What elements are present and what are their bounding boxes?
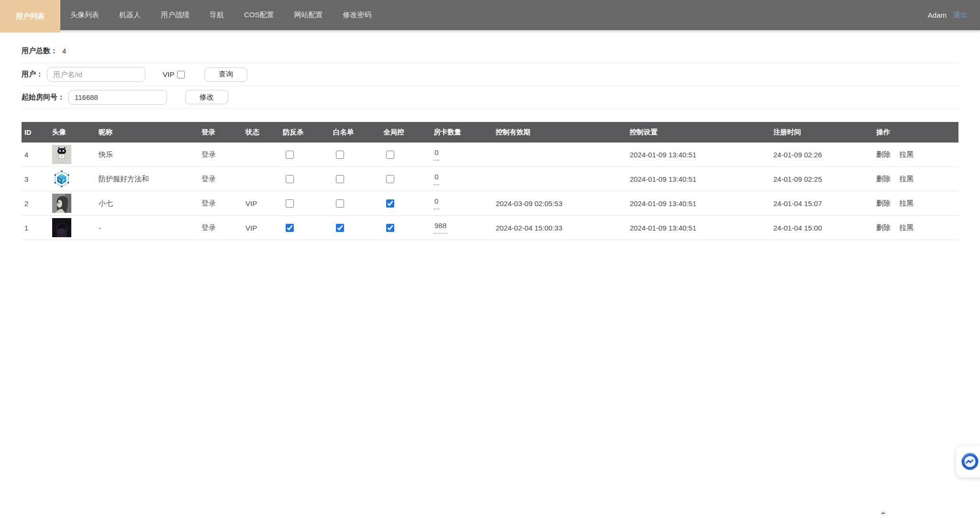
page-artifact-dot	[880, 510, 887, 516]
anti-kill-checkbox[interactable]	[286, 224, 294, 232]
whitelist-checkbox[interactable]	[336, 151, 344, 159]
col-header-global-control: 全局控	[380, 122, 431, 143]
table-row: 2 小七 登录 VIP	[22, 191, 958, 216]
cell-avatar	[49, 143, 96, 167]
cell-id: 2	[22, 191, 49, 216]
cell-avatar	[49, 191, 96, 216]
table-row: 4	[22, 143, 958, 167]
tab-cos-config[interactable]: COS配置	[234, 0, 284, 30]
delete-link[interactable]: 删除	[876, 199, 891, 207]
login-link[interactable]: 登录	[201, 199, 216, 207]
tab-robots[interactable]: 机器人	[109, 0, 151, 30]
anti-kill-checkbox[interactable]	[286, 151, 294, 159]
start-room-label: 起始房间号：	[22, 93, 65, 102]
tab-user-records[interactable]: 用户战绩	[151, 0, 200, 30]
table-header-row: ID 头像 昵称 登录 状态 防反杀 白名单 全局控 房卡数量 控制有效期 控制…	[22, 122, 958, 143]
room-number-row: 起始房间号： 修改	[22, 86, 958, 109]
search-button[interactable]: 查询	[204, 67, 247, 82]
cell-register-time: 24-01-04 15:00	[770, 216, 873, 240]
login-link[interactable]: 登录	[201, 175, 216, 183]
cell-nickname: 小七	[96, 191, 199, 216]
room-cards-value[interactable]: 988	[434, 221, 447, 234]
table-row: 1 - 登录 VIP 988 2024-02-04 15	[22, 216, 958, 240]
blacklist-link[interactable]: 拉黑	[899, 223, 913, 231]
vip-filter-checkbox[interactable]	[177, 71, 185, 78]
cell-avatar	[49, 167, 96, 191]
delete-link[interactable]: 删除	[876, 223, 891, 231]
global-control-checkbox[interactable]	[386, 224, 394, 232]
global-control-checkbox[interactable]	[386, 151, 394, 159]
user-search-input[interactable]	[47, 67, 145, 82]
user-table: ID 头像 昵称 登录 状态 防反杀 白名单 全局控 房卡数量 控制有效期 控制…	[22, 122, 958, 240]
nav-right-area: Adam 退出	[928, 0, 980, 30]
delete-link[interactable]: 删除	[876, 175, 891, 183]
anti-kill-checkbox[interactable]	[286, 175, 294, 183]
room-cards-value[interactable]: 0	[434, 148, 439, 161]
cell-nickname: -	[96, 216, 199, 240]
cell-status: VIP	[243, 191, 280, 216]
tab-site-config[interactable]: 网站配置	[284, 0, 333, 30]
cell-control-setting: 2024-01-09 13:40:51	[627, 143, 770, 167]
user-search-label: 用户：	[22, 70, 43, 79]
anti-kill-checkbox[interactable]	[286, 199, 294, 208]
cell-control-setting: 2024-01-09 13:40:51	[627, 167, 770, 191]
whitelist-checkbox[interactable]	[336, 175, 344, 183]
tab-user-list[interactable]: 用户列表	[0, 0, 60, 33]
cell-avatar	[49, 216, 96, 240]
cell-control-expiry: 2024-02-04 15:00:33	[493, 216, 627, 240]
start-room-input[interactable]	[68, 90, 167, 105]
top-navbar: 用户列表 头像列表 机器人 用户战绩 导航 COS配置 网站配置 修改密码 Ad…	[0, 0, 980, 30]
floating-helper-button[interactable]	[956, 446, 980, 477]
toolbar: 用户总数： 4 用户： VIP 查询 起始房间号： 修改	[22, 39, 958, 109]
room-cards-value[interactable]: 0	[434, 197, 439, 209]
room-cards-value[interactable]: 0	[434, 173, 439, 185]
whitelist-checkbox[interactable]	[336, 199, 344, 208]
cell-register-time: 24-01-09 02:25	[770, 167, 873, 191]
global-control-checkbox[interactable]	[386, 175, 394, 183]
robot-toy-avatar-icon	[52, 145, 71, 164]
user-search-row: 用户： VIP 查询	[22, 63, 958, 86]
total-users-value: 4	[62, 47, 66, 55]
tab-change-password[interactable]: 修改密码	[333, 0, 382, 30]
cell-id: 1	[22, 216, 49, 240]
blacklist-link[interactable]: 拉黑	[899, 175, 913, 183]
global-control-checkbox[interactable]	[386, 199, 394, 208]
nav-tabs: 用户列表 头像列表 机器人 用户战绩 导航 COS配置 网站配置 修改密码	[0, 0, 382, 30]
cell-id: 3	[22, 167, 49, 191]
col-header-whitelist: 白名单	[330, 122, 380, 143]
modify-button[interactable]: 修改	[185, 90, 228, 104]
dark-anime-avatar-icon	[52, 218, 71, 237]
cell-status: VIP	[243, 216, 280, 240]
col-header-login: 登录	[199, 122, 243, 143]
table-row: 3	[22, 167, 958, 191]
blue-wave-logo-icon	[960, 452, 980, 471]
tab-navigation[interactable]: 导航	[200, 0, 234, 30]
col-header-register-time: 注册时间	[770, 122, 873, 143]
col-header-nickname: 昵称	[96, 122, 199, 143]
whitelist-checkbox[interactable]	[336, 224, 344, 232]
girl-profile-avatar-icon	[52, 194, 71, 213]
cell-control-expiry: 2024-03-09 02:05:53	[493, 191, 627, 216]
cell-control-setting: 2024-01-09 13:40:51	[627, 191, 770, 216]
col-header-id: ID	[22, 122, 49, 143]
cell-id: 4	[22, 143, 49, 167]
blacklist-link[interactable]: 拉黑	[899, 199, 913, 207]
cell-control-expiry	[493, 167, 627, 191]
blue-cube-logo-avatar-icon	[52, 169, 71, 188]
delete-link[interactable]: 删除	[876, 150, 891, 158]
login-link[interactable]: 登录	[201, 223, 216, 231]
cell-nickname: 快乐	[96, 143, 199, 167]
cell-control-expiry	[493, 143, 627, 167]
blacklist-link[interactable]: 拉黑	[899, 150, 913, 158]
col-header-room-cards: 房卡数量	[431, 122, 493, 143]
col-header-control-expiry: 控制有效期	[493, 122, 627, 143]
tab-avatar-list[interactable]: 头像列表	[60, 0, 109, 30]
cell-status	[243, 143, 280, 167]
total-users-row: 用户总数： 4	[22, 39, 958, 63]
total-users-label: 用户总数：	[22, 46, 57, 55]
login-link[interactable]: 登录	[201, 150, 216, 158]
logout-link[interactable]: 退出	[953, 11, 968, 20]
cell-status	[243, 167, 280, 191]
cell-control-setting: 2024-01-09 13:40:51	[627, 216, 770, 240]
col-header-avatar: 头像	[49, 122, 96, 143]
